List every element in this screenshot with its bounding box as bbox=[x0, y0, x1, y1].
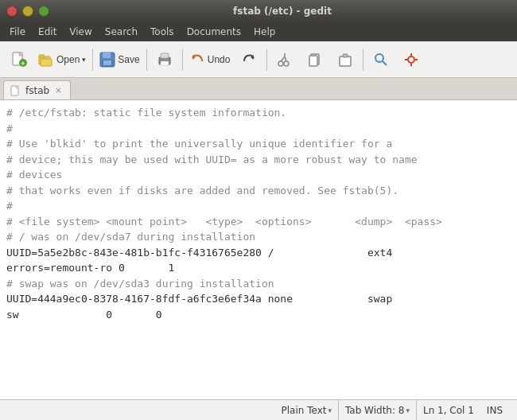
separator-2 bbox=[146, 49, 147, 71]
open-icon bbox=[38, 52, 54, 68]
toolbar: + Open ▾ Save bbox=[0, 41, 517, 78]
svg-rect-24 bbox=[340, 56, 351, 66]
svg-point-18 bbox=[284, 61, 289, 66]
svg-text:+: + bbox=[21, 60, 25, 68]
svg-rect-12 bbox=[161, 53, 169, 58]
line-1: # /etc/fstab: static file system informa… bbox=[6, 107, 286, 119]
menu-documents[interactable]: Documents bbox=[181, 22, 247, 41]
statusbar: Plain Text ▾ Tab Width: 8 ▾ Ln 1, Col 1 … bbox=[0, 399, 517, 420]
svg-point-17 bbox=[278, 61, 283, 66]
paste-button[interactable] bbox=[331, 45, 360, 74]
tab-dropdown-arrow: ▾ bbox=[406, 406, 410, 414]
undo-label: Undo bbox=[208, 54, 231, 65]
separator-4 bbox=[266, 49, 267, 71]
line-13: UUID=444a9ec0-8378-4167-8fdf-a6fc3e6ef34… bbox=[6, 293, 392, 305]
language-dropdown-arrow: ▾ bbox=[328, 406, 332, 414]
tools-button[interactable] bbox=[397, 45, 426, 74]
line-12: # swap was on /dev/sda3 during installat… bbox=[6, 278, 274, 290]
line-6: # that works even if disks are added and… bbox=[6, 185, 398, 196]
tabbar: fstab × bbox=[0, 78, 517, 100]
edit-mode: INS bbox=[480, 405, 509, 416]
cursor-position: Ln 1, Col 1 bbox=[417, 405, 480, 416]
menu-tools[interactable]: Tools bbox=[144, 22, 181, 41]
line-11: errors=remount-ro 0 1 bbox=[6, 262, 174, 274]
undo-button[interactable]: Undo bbox=[186, 45, 234, 74]
save-button[interactable]: Save bbox=[96, 45, 142, 74]
svg-point-28 bbox=[408, 56, 414, 63]
cut-icon bbox=[277, 52, 293, 68]
file-icon bbox=[10, 85, 21, 96]
maximize-button[interactable] bbox=[38, 6, 49, 17]
line-3: # Use 'blkid' to print the universally u… bbox=[6, 138, 392, 150]
svg-line-19 bbox=[281, 56, 285, 61]
line-4: # device; this may be used with UUID= as… bbox=[6, 154, 418, 165]
paste-icon bbox=[337, 52, 353, 68]
redo-button[interactable] bbox=[235, 45, 263, 74]
svg-point-26 bbox=[375, 54, 383, 62]
open-button[interactable]: Open ▾ bbox=[35, 45, 89, 74]
menubar: File Edit View Search Tools Documents He… bbox=[0, 22, 517, 41]
new-button[interactable]: + bbox=[5, 45, 33, 74]
copy-icon bbox=[307, 52, 323, 68]
print-icon bbox=[157, 52, 173, 68]
open-arrow: ▾ bbox=[82, 56, 86, 64]
save-label: Save bbox=[118, 54, 139, 65]
window-title: fstab (/etc) - gedit bbox=[54, 6, 511, 17]
tab-width-label: Tab Width: 8 bbox=[345, 405, 404, 416]
menu-search[interactable]: Search bbox=[99, 22, 144, 41]
editor-area[interactable]: # /etc/fstab: static file system informa… bbox=[0, 100, 517, 399]
svg-rect-6 bbox=[41, 59, 52, 66]
line-5: # devices bbox=[6, 169, 62, 181]
cut-button[interactable] bbox=[270, 45, 299, 74]
language-selector[interactable]: Plain Text ▾ bbox=[274, 400, 338, 421]
line-14: sw 0 0 bbox=[6, 309, 162, 321]
svg-rect-23 bbox=[309, 56, 317, 66]
separator-1 bbox=[92, 49, 93, 71]
separator-5 bbox=[363, 49, 363, 71]
tools-icon bbox=[403, 52, 419, 68]
line-9: # / was on /dev/sda7 during installation bbox=[6, 231, 255, 243]
line-8: # <file system> <mount point> <type> <op… bbox=[6, 216, 442, 228]
tab-label: fstab bbox=[25, 85, 49, 96]
menu-help[interactable]: Help bbox=[247, 22, 282, 41]
svg-rect-5 bbox=[39, 55, 45, 57]
minimize-button[interactable] bbox=[22, 6, 33, 17]
language-label: Plain Text bbox=[281, 405, 326, 416]
menu-file[interactable]: File bbox=[3, 22, 32, 41]
separator-3 bbox=[182, 49, 183, 71]
svg-rect-13 bbox=[161, 61, 169, 65]
svg-line-20 bbox=[285, 56, 286, 61]
line-2: # bbox=[6, 122, 13, 134]
line-10: UUID=5a5e2b8c-843e-481b-b1fc-f4316765e28… bbox=[6, 247, 392, 259]
svg-rect-25 bbox=[343, 54, 348, 57]
tab-close-button[interactable]: × bbox=[53, 85, 63, 95]
close-button[interactable] bbox=[6, 6, 17, 17]
redo-icon bbox=[241, 52, 257, 68]
copy-button[interactable] bbox=[301, 45, 329, 74]
tab-width-selector[interactable]: Tab Width: 8 ▾ bbox=[339, 400, 417, 421]
line-7: # bbox=[6, 200, 13, 212]
menu-edit[interactable]: Edit bbox=[32, 22, 63, 41]
print-button[interactable] bbox=[150, 45, 179, 74]
svg-rect-8 bbox=[103, 52, 111, 58]
find-icon bbox=[373, 52, 389, 68]
svg-line-27 bbox=[383, 61, 387, 65]
undo-icon bbox=[189, 52, 205, 68]
svg-rect-14 bbox=[166, 58, 169, 60]
save-icon bbox=[99, 52, 115, 68]
titlebar: fstab (/etc) - gedit bbox=[0, 0, 517, 22]
open-label: Open bbox=[56, 54, 80, 65]
svg-rect-10 bbox=[103, 60, 111, 65]
tab-fstab[interactable]: fstab × bbox=[3, 80, 71, 99]
menu-view[interactable]: View bbox=[63, 22, 98, 41]
find-button[interactable] bbox=[367, 45, 395, 74]
new-icon: + bbox=[11, 52, 27, 68]
